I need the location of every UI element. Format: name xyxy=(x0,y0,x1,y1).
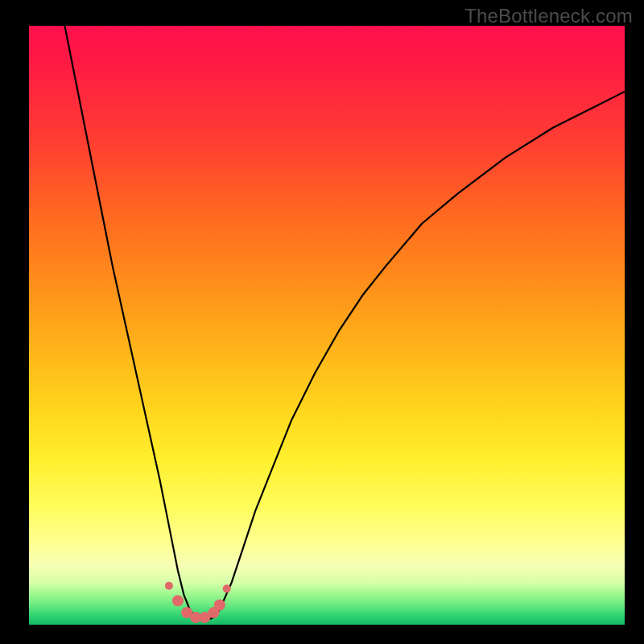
marker-dot xyxy=(165,582,173,590)
marker-dot xyxy=(214,599,225,610)
chart-frame: TheBottleneck.com xyxy=(0,0,644,644)
plot-area xyxy=(29,26,625,625)
bottleneck-curve xyxy=(64,26,625,620)
marker-dot xyxy=(172,595,184,606)
bottom-markers xyxy=(165,582,231,623)
marker-dot xyxy=(223,584,231,592)
curve-layer xyxy=(29,26,625,625)
watermark-text: TheBottleneck.com xyxy=(464,5,633,27)
